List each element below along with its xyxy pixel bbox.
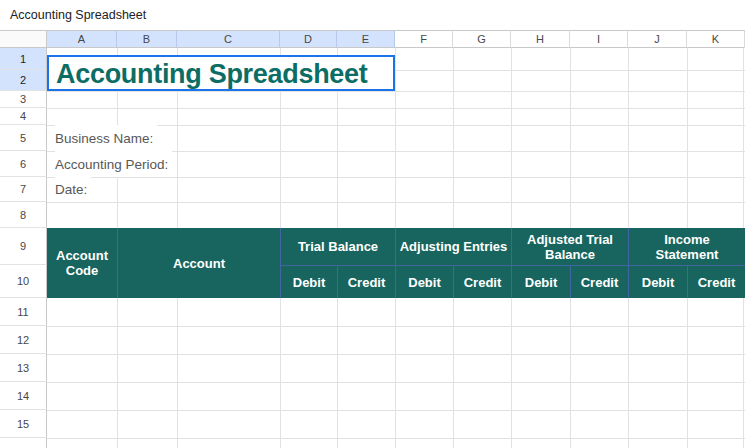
column-header-i[interactable]: I	[570, 30, 628, 48]
row-header-12[interactable]: 12	[0, 326, 47, 354]
trial-balance-text: Trial Balance	[298, 239, 378, 254]
row-header-15[interactable]: 15	[0, 410, 47, 438]
selected-title-cell[interactable]: Accounting Spreadsheet	[47, 55, 395, 91]
income-statement-text: Income Statement	[641, 232, 733, 262]
header-cell-ae-debit[interactable]: Debit	[395, 265, 453, 298]
cell-accounting-period-label[interactable]: Accounting Period:	[55, 151, 172, 177]
cell-date-label[interactable]: Date:	[55, 177, 91, 202]
gridline-h	[47, 177, 745, 178]
debit-text: Debit	[642, 275, 675, 290]
column-header-f[interactable]: F	[395, 30, 453, 48]
adjusting-entries-text: Adjusting Entries	[400, 239, 508, 254]
debit-text: Debit	[293, 275, 326, 290]
file-title: Accounting Spreadsheet	[10, 8, 146, 22]
header-cell-account[interactable]: Account	[117, 228, 280, 298]
row-header-5[interactable]: 5	[0, 125, 47, 151]
row-header-13[interactable]: 13	[0, 354, 47, 382]
accounting-table-header: Account Code Account Trial Balance Adjus…	[47, 228, 745, 298]
credit-text: Credit	[348, 275, 386, 290]
select-all-corner[interactable]	[0, 30, 47, 48]
column-header-k[interactable]: K	[687, 30, 745, 48]
header-cell-trial-balance[interactable]: Trial Balance	[280, 228, 395, 265]
gridline-h	[47, 202, 745, 203]
adjusted-trial-balance-text: Adjusted Trial Balance	[512, 232, 628, 262]
credit-text: Credit	[581, 275, 619, 290]
header-cell-is-credit[interactable]: Credit	[687, 265, 745, 298]
header-cell-account-code[interactable]: Account Code	[47, 228, 117, 298]
row-header-1[interactable]: 1	[0, 48, 47, 70]
header-cell-adjusted-trial-balance[interactable]: Adjusted Trial Balance	[511, 228, 628, 265]
column-header-e[interactable]: E	[337, 30, 395, 48]
row-header-4[interactable]: 4	[0, 108, 47, 125]
header-cell-tb-debit[interactable]: Debit	[280, 265, 337, 298]
debit-text: Debit	[525, 275, 558, 290]
header-cell-adjusting-entries[interactable]: Adjusting Entries	[395, 228, 511, 265]
column-header-h[interactable]: H	[511, 30, 570, 48]
gridline-h	[47, 410, 745, 411]
debit-text: Debit	[408, 275, 441, 290]
gridline-h	[47, 91, 745, 92]
row-header-6[interactable]: 6	[0, 151, 47, 177]
row-header-9[interactable]: 9	[0, 228, 47, 265]
accounting-period-text: Accounting Period:	[55, 157, 168, 172]
column-header-c[interactable]: C	[177, 30, 280, 48]
cell-business-name-label[interactable]: Business Name:	[55, 125, 157, 151]
file-title-bar: Accounting Spreadsheet	[0, 0, 745, 30]
spreadsheet-app: Accounting Spreadsheet A B C D E F G	[0, 0, 745, 448]
column-header-j[interactable]: J	[628, 30, 687, 48]
gridline-h	[47, 354, 745, 355]
gridline-h	[47, 108, 745, 109]
credit-text: Credit	[698, 275, 736, 290]
row-header-7[interactable]: 7	[0, 177, 47, 202]
sheet-title-text: Accounting Spreadsheet	[56, 60, 367, 88]
row-header-14[interactable]: 14	[0, 382, 47, 410]
account-code-text: Account Code	[47, 248, 117, 278]
header-cell-ae-credit[interactable]: Credit	[453, 265, 511, 298]
row-header-8[interactable]: 8	[0, 202, 47, 228]
column-header-d[interactable]: D	[280, 30, 337, 48]
gridline-h	[47, 382, 745, 383]
header-cell-tb-credit[interactable]: Credit	[337, 265, 395, 298]
row-header-2[interactable]: 2	[0, 70, 47, 91]
business-name-text: Business Name:	[55, 131, 153, 146]
account-text: Account	[173, 256, 225, 271]
column-header-g[interactable]: G	[453, 30, 511, 48]
date-text: Date:	[55, 182, 87, 197]
header-cell-atb-credit[interactable]: Credit	[570, 265, 628, 298]
header-cell-income-statement[interactable]: Income Statement	[628, 228, 745, 265]
row-header-16-partial[interactable]	[0, 438, 47, 448]
column-header-a[interactable]: A	[47, 30, 117, 48]
header-cell-atb-debit[interactable]: Debit	[511, 265, 570, 298]
row-header-3[interactable]: 3	[0, 91, 47, 108]
row-header-11[interactable]: 11	[0, 298, 47, 326]
row-header-10[interactable]: 10	[0, 265, 47, 298]
gridline-h	[47, 326, 745, 327]
gridline-h	[47, 438, 745, 439]
column-header-b[interactable]: B	[117, 30, 177, 48]
header-cell-is-debit[interactable]: Debit	[628, 265, 687, 298]
credit-text: Credit	[464, 275, 502, 290]
